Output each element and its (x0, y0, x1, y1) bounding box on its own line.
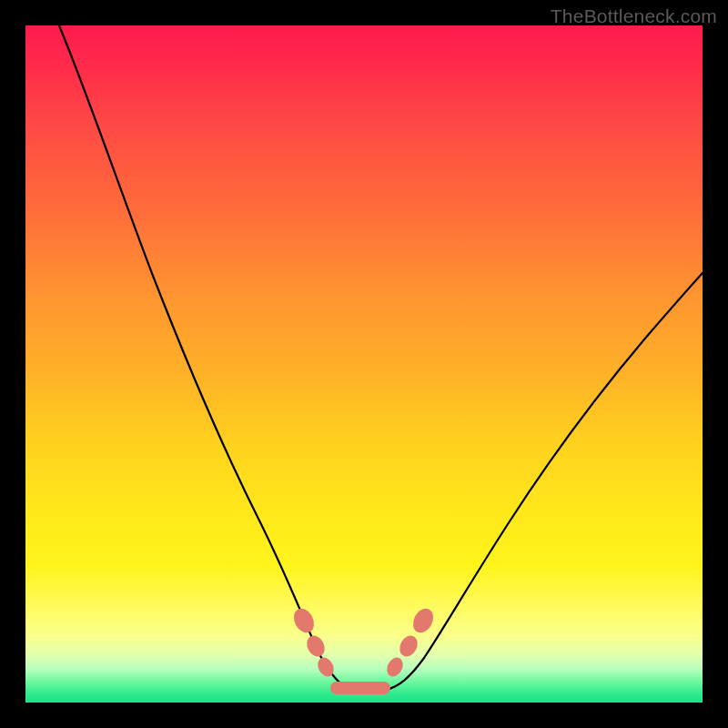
highlight-point (384, 655, 406, 680)
bottleneck-curve (59, 25, 703, 691)
watermark-text: TheBottleneck.com (551, 5, 717, 27)
highlight-point (303, 632, 328, 660)
highlight-point (396, 632, 420, 660)
highlight-point (290, 605, 318, 636)
chart-frame: TheBottleneck.com (0, 0, 728, 728)
highlight-point (410, 605, 438, 636)
trough-highlight-bar (330, 682, 390, 694)
curve-svg (25, 25, 703, 703)
plot-area (25, 25, 703, 703)
